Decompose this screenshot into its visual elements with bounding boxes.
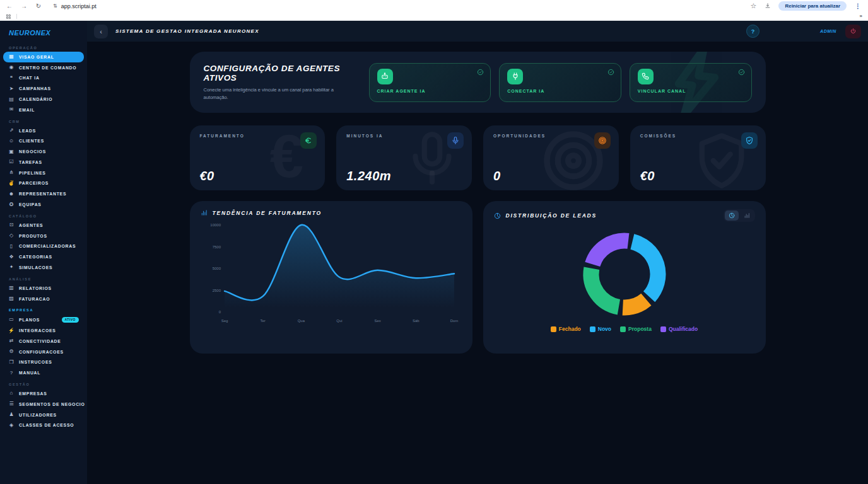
sidebar-item-leads[interactable]: ⇗LEADS — [3, 125, 84, 136]
grid-icon: ▦ — [8, 54, 15, 59]
sidebar-item-calendario[interactable]: ▤CALENDÁRIO — [3, 94, 84, 105]
sidebar-item-campanhas[interactable]: ➤CAMPANHAS — [3, 83, 84, 94]
sidebar-item-label: PIPELINES — [19, 171, 46, 175]
sidebar-item-label: CONECTIVIDADE — [19, 339, 61, 343]
sidebar-item-visao-geral[interactable]: ▦VISAO GERAL — [3, 52, 84, 62]
action-criar-agente-ia[interactable]: CRIAR AGENTE IA — [369, 63, 491, 102]
bookmarks-bar: » — [0, 12, 868, 21]
chart-icon: ▨ — [8, 296, 15, 301]
sidebar-item-conectividade[interactable]: ⇄CONECTIVIDADE — [3, 336, 84, 347]
layers-icon: ☰ — [8, 401, 15, 406]
sidebar-item-planos[interactable]: ▭PLANOSATIVO — [3, 314, 84, 325]
address-bar[interactable]: ⇅ app.scriptai.pt — [49, 3, 742, 9]
stat-card-faturamento: €FATURAMENTO€0 — [190, 125, 326, 190]
shield-check-icon — [741, 132, 758, 149]
sidebar-item-representantes[interactable]: ☻REPRESENTANTES — [3, 188, 84, 199]
sidebar-item-agentes[interactable]: ⊡AGENTES — [3, 220, 84, 231]
action-conectar-ia[interactable]: CONECTAR IA — [499, 63, 621, 102]
url-text[interactable]: app.scriptai.pt — [61, 3, 97, 9]
action-vincular-canal[interactable]: VINCULAR CANAL — [630, 63, 752, 102]
toggle-pie-button[interactable] — [725, 210, 739, 221]
sidebar: NEURONEX OPERAÇÃO▦VISAO GERAL◉CENTRO DE … — [0, 21, 87, 484]
book-icon: ❒ — [8, 360, 15, 365]
stats-row: €FATURAMENTO€0MINUTOS IA1.240mOPORTUNIDA… — [190, 125, 766, 190]
bar-chart-icon — [201, 209, 208, 216]
sidebar-item-produtos[interactable]: ◇PRODUTOS — [3, 231, 84, 241]
sidebar-item-tarefas[interactable]: ☑TAREFAS — [3, 157, 84, 168]
sidebar-item-parceiros[interactable]: ✌PARCEIROS — [3, 178, 84, 189]
help-button[interactable]: ? — [746, 25, 760, 38]
sidebar-item-manual[interactable]: ?MANUAL — [3, 367, 84, 378]
sidebar-item-utilizadores[interactable]: ♟UTILIZADORES — [3, 410, 84, 420]
calendar-icon: ▤ — [8, 97, 15, 102]
sidebar-item-label: VISAO GERAL — [19, 55, 54, 59]
sidebar-item-label: UTILIZADORES — [19, 413, 57, 417]
stat-value: 1.240m — [346, 169, 391, 183]
nav-section-label-operacao: OPERAÇÃO — [9, 46, 78, 50]
check-circle-icon — [477, 69, 484, 76]
plug-icon: ⚡ — [8, 328, 15, 333]
sidebar-item-negocios[interactable]: ▣NEGOCIOS — [3, 146, 84, 157]
toggle-bars-button[interactable] — [740, 210, 754, 221]
bookmark-star-icon[interactable]: ☆ — [749, 3, 757, 9]
robot-icon: ⊡ — [8, 222, 15, 228]
sidebar-item-configuracoes[interactable]: ⚙CONFIGURACOES — [3, 347, 84, 357]
hero-actions: CRIAR AGENTE IACONECTAR IAVINCULAR CANAL — [369, 63, 752, 102]
sidebar-item-equipas[interactable]: ✪EQUIPAS — [3, 199, 84, 210]
revenue-trend-title: TENDÊNCIA DE FATURAMENTO — [213, 210, 322, 216]
legend-swatch-icon — [551, 326, 556, 332]
sidebar-item-centro-de-comando[interactable]: ◉CENTRO DE COMANDO — [3, 62, 84, 73]
charts-row: TENDÊNCIA DE FATURAMENTO 250050007500100… — [190, 201, 766, 354]
site-info-icon[interactable]: ⇅ — [53, 3, 57, 9]
svg-text:0: 0 — [218, 310, 221, 314]
gear-icon: ⚙ — [8, 349, 15, 354]
sidebar-item-integracoes[interactable]: ⚡INTEGRACOES — [3, 325, 84, 336]
bookmarks-overflow-icon[interactable]: » — [860, 13, 862, 19]
right-column: ‹ SISTEMA DE GESTAO INTEGRADA NEURONEX ?… — [87, 21, 868, 484]
sidebar-item-relatorios[interactable]: ▥RELATORIOS — [3, 283, 84, 294]
browser-back-icon[interactable]: ← — [6, 3, 13, 9]
sidebar-item-label: COMERCIALIZADORAS — [19, 244, 76, 248]
sidebar-item-label: CONFIGURACOES — [19, 350, 64, 354]
sidebar-item-empresas[interactable]: ⌂EMPRESAS — [3, 388, 84, 399]
donut-segment-qualificado — [592, 241, 628, 264]
check-circle-icon — [607, 69, 614, 76]
svg-text:10000: 10000 — [210, 223, 221, 227]
shield-check-icon: ◈ — [8, 423, 15, 428]
logout-power-button[interactable] — [845, 25, 861, 38]
back-button[interactable]: ‹ — [94, 25, 108, 38]
bar-chart-icon: ▥ — [8, 285, 15, 291]
browser-menu-icon[interactable]: ⋮ — [853, 3, 862, 9]
link-icon: ⇄ — [8, 338, 15, 343]
sidebar-item-simulacoes[interactable]: ✦SIMULACOES — [3, 262, 84, 273]
sidebar-item-classes-de-acesso[interactable]: ◈CLASSES DE ACESSO — [3, 420, 84, 430]
microphone-icon — [447, 132, 464, 149]
legend-item-novo: Novo — [590, 326, 611, 332]
apps-grid-icon[interactable] — [6, 11, 11, 22]
sidebar-item-label: PRODUTOS — [19, 234, 47, 238]
sidebar-item-segmentos-de-negocio[interactable]: ☰SEGMENTOS DE NEGOCIO — [3, 399, 84, 410]
sidebar-item-pipelines[interactable]: ⋔PIPELINES — [3, 168, 84, 178]
sidebar-item-chat-ia[interactable]: ❝CHAT IA — [3, 73, 84, 84]
sidebar-item-label: TAREFAS — [19, 160, 42, 164]
hero-subtitle: Conecte uma inteligência e vincule a um … — [204, 86, 349, 101]
sidebar-item-label: EMPRESAS — [19, 391, 47, 396]
svg-text:Qua: Qua — [297, 319, 305, 323]
phone-icon — [638, 69, 654, 84]
browser-forward-icon[interactable]: → — [20, 3, 28, 9]
restart-to-update-button[interactable]: Reiniciar para atualizar — [778, 1, 847, 11]
sidebar-item-email[interactable]: ✉EMAIL — [3, 105, 84, 115]
sidebar-item-instrucoes[interactable]: ❒INSTRUCOES — [3, 357, 84, 368]
svg-text:Dom: Dom — [450, 319, 458, 323]
sidebar-item-label: CLASSES DE ACESSO — [19, 423, 74, 427]
svg-text:7500: 7500 — [212, 245, 221, 249]
download-icon[interactable] — [764, 3, 771, 10]
sidebar-item-label: SIMULACOES — [19, 265, 52, 270]
sidebar-item-faturacao[interactable]: ▨FATURACAO — [3, 294, 84, 304]
sidebar-item-comercializadoras[interactable]: ▯COMERCIALIZADORAS — [3, 241, 84, 252]
chart-legend: Fechado Novo Proposta Qualificado — [494, 326, 755, 332]
sidebar-item-clientes[interactable]: ☺CLIENTES — [3, 135, 84, 146]
stat-value: €0 — [200, 169, 214, 183]
sidebar-item-categorias[interactable]: ❖CATEGORIAS — [3, 251, 84, 262]
browser-reload-icon[interactable]: ↻ — [35, 3, 42, 9]
